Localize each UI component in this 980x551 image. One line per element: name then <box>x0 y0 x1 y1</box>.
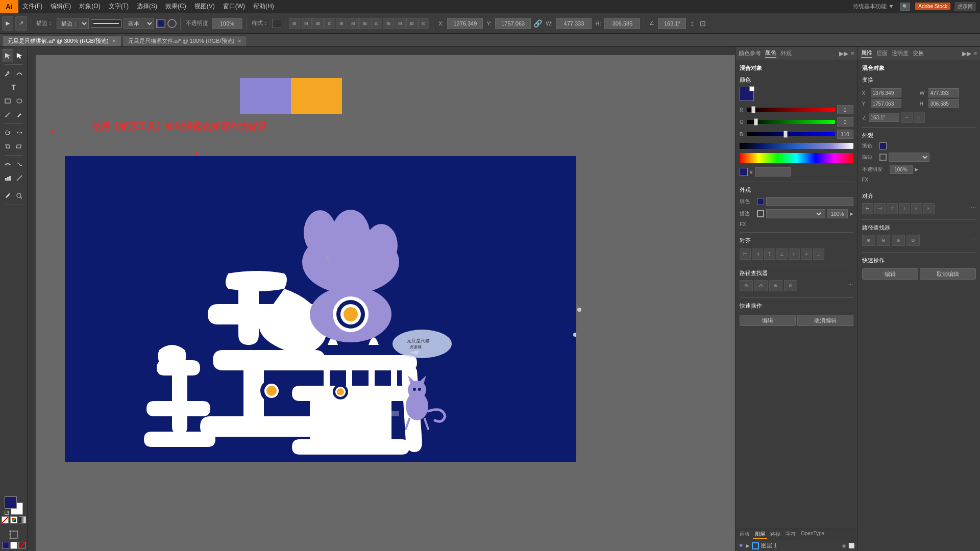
props-pf-2[interactable]: ⊖ <box>877 235 890 246</box>
pa-l[interactable]: ⊢ <box>862 203 873 214</box>
rect-tool-btn[interactable] <box>3 94 14 108</box>
pencil-tool-btn[interactable] <box>3 108 14 121</box>
link-coords-btn[interactable]: 🔗 <box>533 19 542 28</box>
menu-edit[interactable]: 编辑(E) <box>46 0 75 13</box>
transform-tab[interactable]: 变换 <box>913 49 924 57</box>
flip-h-btn[interactable]: ↔ <box>901 112 913 123</box>
props-stroke-select[interactable] <box>889 153 929 162</box>
tab-2[interactable]: 元旦是只猫源文件.ai* @ 100% (RGB/预览) ✕ <box>122 35 248 46</box>
dist-h3-btn[interactable]: ⊠ <box>406 18 418 29</box>
artboard-btn[interactable] <box>3 528 25 541</box>
angle-input[interactable] <box>658 18 686 29</box>
tab-1-close[interactable]: ✕ <box>112 38 116 44</box>
qs-white-btn[interactable] <box>10 542 17 549</box>
g-slider-track[interactable] <box>747 120 835 124</box>
pf-unite-btn[interactable]: ⊕ <box>740 280 753 291</box>
pa-c[interactable]: ⊣ <box>874 203 886 214</box>
menu-help[interactable]: 帮助(H) <box>249 0 278 13</box>
r-slider-track[interactable] <box>747 108 835 112</box>
menu-select[interactable]: 选择(S) <box>133 0 161 13</box>
type-tool-btn[interactable]: T <box>3 81 25 94</box>
shear-tool-btn[interactable] <box>14 140 25 153</box>
dist-h2-btn[interactable]: ⊞ <box>383 18 394 29</box>
scale-tool-btn[interactable] <box>3 140 14 153</box>
zoom-tool-btn[interactable] <box>14 189 25 203</box>
layer-1-expand[interactable]: ▶ <box>746 543 750 548</box>
layer-1-target[interactable]: ◉ <box>842 543 846 548</box>
props-pf-4[interactable]: ⊘ <box>906 235 920 246</box>
pen-tool-btn[interactable] <box>3 67 14 80</box>
direct-selection-tool-btn[interactable] <box>14 49 24 62</box>
select-tool-btn[interactable]: ▶ <box>2 16 13 31</box>
props-edit-btn[interactable]: 编辑 <box>862 268 918 280</box>
stroke-style-app-select[interactable] <box>769 211 823 217</box>
w-input[interactable] <box>556 18 592 29</box>
color-ref-tab[interactable]: 颜色参考 <box>739 49 761 57</box>
opacity-expand-btn[interactable]: ▶ <box>850 211 853 216</box>
direct-select-btn[interactable]: ↗ <box>15 16 27 31</box>
right-panel-menu[interactable]: ≡ <box>973 50 977 57</box>
align-left-btn[interactable]: ⊞ <box>289 18 300 29</box>
stroke-swatch[interactable] <box>757 210 764 217</box>
slice-tool-btn[interactable] <box>14 171 25 185</box>
cancel-edit-btn[interactable]: 取消编辑 <box>797 315 853 326</box>
al-mid-btn[interactable]: ⊦ <box>789 248 800 260</box>
reflect-tool-btn[interactable] <box>14 126 25 139</box>
opacity-app-input[interactable] <box>827 209 848 218</box>
pf-intersect-btn[interactable]: ⊗ <box>769 280 782 291</box>
menu-effect[interactable]: 效果(C) <box>161 0 190 13</box>
pf-exclude-btn[interactable]: ⊘ <box>784 280 797 291</box>
pa-b[interactable]: ⊧ <box>923 203 935 214</box>
stroke-circle-btn[interactable] <box>167 19 177 28</box>
r-value[interactable]: 0 <box>837 105 853 114</box>
artboard-tab[interactable]: 画板 <box>738 530 752 539</box>
b-slider-track[interactable] <box>747 132 835 136</box>
dist-v-btn[interactable]: ⊡ <box>371 18 382 29</box>
h-input[interactable] <box>604 18 640 29</box>
sign-in-btn[interactable]: Adobe Stock <box>915 3 950 10</box>
none-fill-btn[interactable] <box>2 516 9 523</box>
fill-color-swatch[interactable] <box>740 87 754 101</box>
al-top-btn[interactable]: ⊥ <box>776 248 788 260</box>
y-input[interactable] <box>495 18 531 29</box>
gradient-fill-btn[interactable] <box>19 516 26 523</box>
qs-blue-btn[interactable] <box>2 542 9 549</box>
edit-btn[interactable]: 编辑 <box>740 315 796 326</box>
props-tab[interactable]: 属性 <box>861 49 872 58</box>
menu-view[interactable]: 视图(V) <box>190 0 219 13</box>
al-bot-btn[interactable]: ⊧ <box>801 248 812 260</box>
rotate-tool-btn[interactable] <box>3 126 14 139</box>
search-panel-btn[interactable]: 🔍 <box>900 3 910 11</box>
hex-input[interactable] <box>755 167 791 177</box>
props-stroke-swatch[interactable] <box>879 154 887 161</box>
layer-tab-right[interactable]: 层面 <box>876 49 888 57</box>
color-spectrum-bar[interactable] <box>740 143 853 149</box>
stroke-select[interactable]: 描边： <box>57 18 89 29</box>
w-tf-input[interactable]: 477.333 <box>928 88 959 97</box>
foreground-swatch[interactable] <box>5 496 17 509</box>
opacity-input[interactable]: 100% <box>212 18 242 29</box>
char-tab[interactable]: 字符 <box>783 530 798 539</box>
al-more-btn[interactable]: … <box>813 248 824 260</box>
pf-more-btn[interactable]: … <box>848 280 853 291</box>
qs-none-btn[interactable] <box>18 542 26 549</box>
align-center-v-btn[interactable]: ⊞ <box>336 18 347 29</box>
warp-tool-btn[interactable] <box>14 158 25 171</box>
props-cancel-btn[interactable]: 取消编辑 <box>920 268 976 280</box>
paths-tab[interactable]: 路径 <box>768 530 782 539</box>
props-pf-1[interactable]: ⊕ <box>862 235 875 246</box>
fill-swatch[interactable] <box>757 198 764 205</box>
props-pf-3[interactable]: ⊗ <box>892 235 905 246</box>
opentype-tab[interactable]: OpenType <box>799 530 826 539</box>
swap-colors-btn[interactable]: ⇄ <box>5 511 9 515</box>
appearance-tab-btn[interactable]: 外观 <box>780 49 792 57</box>
align-center-h-btn[interactable]: ⊟ <box>301 18 312 29</box>
dist-v2-btn[interactable]: ⊟ <box>395 18 406 29</box>
tab-1[interactable]: 元旦是只猫讲解.ai* @ 300% (RGB/预览) ✕ <box>2 35 121 46</box>
stroke-color-swatch[interactable] <box>749 86 754 91</box>
menu-window[interactable]: 窗口(W) <box>219 0 249 13</box>
right-panel-expand[interactable]: ▶▶ <box>962 50 971 57</box>
tab-2-close[interactable]: ✕ <box>237 38 241 44</box>
y-tf-input[interactable]: 1757.063 <box>871 99 901 108</box>
x-tf-input[interactable]: 1376.349 <box>871 88 901 97</box>
